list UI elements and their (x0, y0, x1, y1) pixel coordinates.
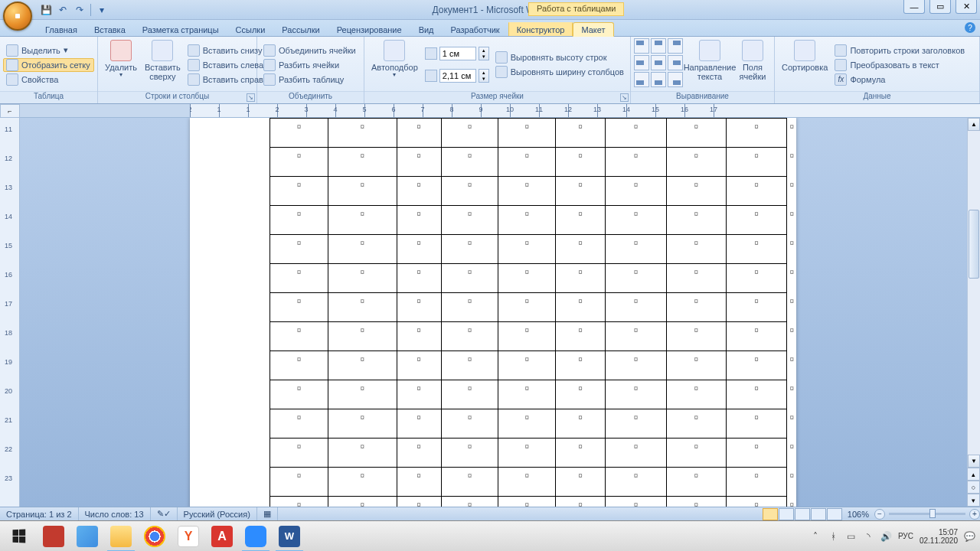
table-cell[interactable] (397, 351, 441, 380)
align-tr[interactable] (668, 38, 683, 54)
merge-cells-button[interactable]: Объединить ячейки (260, 44, 359, 57)
table-cell[interactable] (498, 235, 556, 264)
table-cell[interactable] (726, 293, 787, 322)
distribute-rows-button[interactable]: Выровнять высоту строк (492, 51, 627, 64)
sort-button[interactable]: Сортировка (778, 38, 831, 91)
table-cell[interactable] (498, 206, 556, 235)
table-cell[interactable] (556, 497, 606, 507)
table-cell[interactable] (606, 148, 667, 177)
table-cell[interactable] (498, 119, 556, 148)
table-cell[interactable] (498, 351, 556, 380)
split-table-button[interactable]: Разбить таблицу (260, 73, 359, 86)
show-gridlines-button[interactable]: Отобразить сетку (3, 58, 94, 72)
close-button[interactable]: ✕ (956, 0, 977, 14)
table-cell[interactable] (666, 119, 726, 148)
table-cell[interactable] (556, 264, 606, 293)
table-cell[interactable] (328, 148, 397, 177)
table-cell[interactable] (328, 293, 397, 322)
table-cell[interactable] (606, 235, 667, 264)
table-cell[interactable] (726, 468, 787, 497)
table-cell[interactable] (397, 380, 441, 409)
table-cell[interactable] (397, 293, 441, 322)
table-cell[interactable] (328, 264, 397, 293)
next-page-button[interactable]: ▾ (967, 494, 980, 507)
table-cell[interactable] (328, 235, 397, 264)
height-down[interactable]: ▼ (479, 54, 488, 60)
taskbar-explorer[interactable] (104, 521, 138, 552)
table-cell[interactable] (328, 206, 397, 235)
table-cell[interactable] (606, 439, 667, 468)
table-cell[interactable] (328, 409, 397, 439)
document-scroll-area[interactable]: ▲ ▼ ▴ ○ ▾ (20, 118, 980, 507)
table-cell[interactable] (270, 177, 328, 206)
table-cell[interactable] (441, 497, 498, 507)
table-cell[interactable] (441, 468, 498, 497)
status-language[interactable]: Русский (Россия) (178, 507, 257, 520)
table-cell[interactable] (397, 177, 441, 206)
autofit-button[interactable]: Автоподбор▾ (368, 38, 422, 91)
table-cell[interactable] (270, 439, 328, 468)
tray-clock[interactable]: 15:0702.11.2020 (920, 528, 958, 545)
cellsize-launcher[interactable]: ↘ (620, 93, 629, 102)
web-layout-view[interactable] (795, 508, 810, 520)
table-cell[interactable] (498, 409, 556, 439)
tab-page-layout[interactable]: Разметка страницы (134, 22, 227, 36)
text-direction-button[interactable]: Направление текста (686, 38, 733, 91)
table-cell[interactable] (666, 351, 726, 380)
zoom-out-button[interactable]: − (874, 509, 885, 520)
table-cell[interactable] (498, 148, 556, 177)
table-cell[interactable] (441, 293, 498, 322)
tab-references[interactable]: Ссылки (227, 22, 274, 36)
properties-button[interactable]: Свойства (3, 73, 94, 86)
table-cell[interactable] (606, 119, 667, 148)
status-word-count[interactable]: Число слов: 13 (79, 507, 151, 520)
tab-home[interactable]: Главная (37, 22, 86, 36)
table-cell[interactable] (726, 119, 787, 148)
table-cell[interactable] (666, 206, 726, 235)
align-mc[interactable] (651, 55, 666, 70)
row-height-input[interactable] (439, 47, 476, 60)
table-cell[interactable] (397, 235, 441, 264)
table-cell[interactable] (606, 322, 667, 351)
redo-icon[interactable]: ↷ (74, 4, 86, 16)
cell-margins-button[interactable]: Поля ячейки (737, 38, 769, 91)
table-cell[interactable] (270, 409, 328, 439)
table-cell[interactable] (498, 322, 556, 351)
table-cell[interactable] (556, 468, 606, 497)
table-cell[interactable] (726, 177, 787, 206)
table-cell[interactable] (441, 206, 498, 235)
table-cell[interactable] (606, 409, 667, 439)
start-button[interactable] (0, 521, 37, 552)
tray-bluetooth-icon[interactable]: ᚼ (828, 530, 839, 542)
table-cell[interactable] (606, 497, 667, 507)
taskbar-chrome[interactable] (138, 521, 172, 552)
table-cell[interactable] (666, 322, 726, 351)
table-cell[interactable] (498, 293, 556, 322)
table-cell[interactable] (666, 293, 726, 322)
fullscreen-reading-view[interactable] (779, 508, 794, 520)
tab-mailings[interactable]: Рассылки (273, 22, 328, 36)
table-cell[interactable] (328, 380, 397, 409)
table-cell[interactable] (498, 380, 556, 409)
formula-button[interactable]: fxФормула (831, 73, 968, 86)
table-cell[interactable] (270, 351, 328, 380)
table-cell[interactable] (666, 148, 726, 177)
status-page[interactable]: Страница: 1 из 2 (0, 507, 79, 520)
table-cell[interactable] (441, 409, 498, 439)
rowscols-launcher[interactable]: ↘ (247, 93, 255, 102)
convert-text-button[interactable]: Преобразовать в текст (831, 58, 968, 72)
table-cell[interactable] (441, 351, 498, 380)
qat-dropdown-icon[interactable]: ▾ (96, 4, 108, 16)
align-tl[interactable] (634, 38, 649, 54)
tab-layout[interactable]: Макет (573, 22, 613, 37)
table-cell[interactable] (556, 293, 606, 322)
row-height-spinner[interactable]: ▲▼ (425, 47, 489, 60)
table-cell[interactable] (397, 497, 441, 507)
width-up[interactable]: ▲ (479, 70, 488, 76)
align-bl[interactable] (634, 72, 649, 87)
table-cell[interactable] (726, 235, 787, 264)
tray-language[interactable]: РУС (898, 532, 913, 540)
table-cell[interactable] (498, 177, 556, 206)
taskbar-app-2[interactable] (70, 521, 104, 552)
table-cell[interactable] (498, 468, 556, 497)
